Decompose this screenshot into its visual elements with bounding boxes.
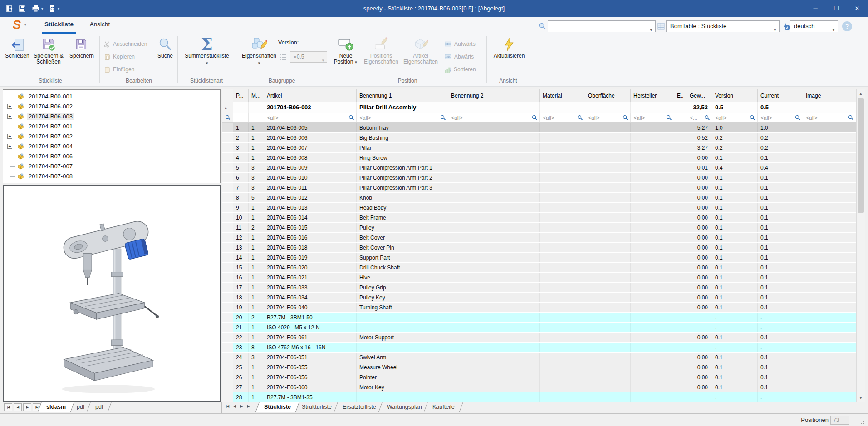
bomtable-dropdown-arrow-icon[interactable]: ▼ xyxy=(773,25,777,32)
filter-cell[interactable]: <... xyxy=(687,113,712,122)
move-up-button[interactable]: Aufwärts xyxy=(444,39,476,49)
sheet-last-tab-button[interactable]: ▶| xyxy=(247,404,250,408)
table-row[interactable]: 211ISO 4029 - M5 x 12-N.. xyxy=(222,323,856,333)
help-button[interactable]: ? xyxy=(842,21,852,31)
table-row[interactable]: 131201704-E06-018Belt Cover Pin0,000.10.… xyxy=(222,243,856,253)
move-down-button[interactable]: Abwärts xyxy=(444,52,474,61)
preview-tab-sldasm[interactable]: sldasm xyxy=(38,402,75,412)
sheet-tab-ersatzteilliste[interactable]: Ersatzteilliste xyxy=(334,402,385,412)
translate-language-icon[interactable] xyxy=(781,22,790,31)
column-header-Oberfläche[interactable]: Oberfläche xyxy=(585,89,631,102)
filter-value[interactable]: <all> xyxy=(633,115,645,121)
table-row[interactable]: 73201704-E06-011Pillar Compression Arm P… xyxy=(222,183,856,193)
filter-search-icon[interactable] xyxy=(704,115,710,121)
filter-search-icon[interactable] xyxy=(440,115,446,121)
header-gutter[interactable] xyxy=(222,89,233,102)
filter-cell[interactable]: <all> xyxy=(357,113,448,122)
table-summary-row[interactable]: ▸201704-B06-003Pillar Drill Assembly32,5… xyxy=(222,102,856,113)
tree-item[interactable]: +201704-B06-002 xyxy=(3,102,220,112)
table-row[interactable]: 41201704-E06-008Ring Screw0,000.10.1 xyxy=(222,153,856,163)
table-row[interactable]: 161201704-E06-021Hive0,000.10.1 xyxy=(222,273,856,283)
table-vertical-scrollbar[interactable]: ▲ ▼ xyxy=(856,89,865,402)
filter-value[interactable]: <all> xyxy=(451,115,463,121)
tree-item[interactable]: 201704-B00-001 xyxy=(3,92,220,102)
filter-cell[interactable]: <all> xyxy=(758,113,803,122)
filter-value[interactable]: <all> xyxy=(806,115,818,121)
table-row[interactable]: 171201704-E06-033Pulley Grip0,000.10.1 xyxy=(222,283,856,293)
sort-button[interactable]: Sortieren xyxy=(444,65,476,74)
preview-first-tab-button[interactable]: |◀ xyxy=(4,403,12,411)
tree-item[interactable]: +201704-B07-004 xyxy=(3,142,220,152)
filter-value[interactable]: <... xyxy=(690,115,697,121)
bomtable-select[interactable]: BomTable : Stückliste ▼ xyxy=(666,20,780,32)
sheet-tab-kaufteile[interactable]: Kaufteile xyxy=(424,402,463,412)
column-header-Benennung 2[interactable]: Benennung 2 xyxy=(448,89,540,102)
print-button[interactable]: ▾ xyxy=(31,5,43,13)
minimize-button[interactable]: ─ xyxy=(805,0,826,16)
table-row[interactable]: 191201704-E06-040Turning Shaft0,000.10.1 xyxy=(222,303,856,313)
sheet-tab-strukturliste[interactable]: Strukturliste xyxy=(293,402,341,412)
table-row[interactable]: 281B27.7M - 3BM1-35.. xyxy=(222,392,856,402)
column-header-Artikel[interactable]: Artikel xyxy=(264,89,357,102)
filter-cell[interactable] xyxy=(222,113,233,122)
filter-cell[interactable] xyxy=(249,113,264,122)
column-header-Gew...[interactable]: Gew... xyxy=(687,89,712,102)
version-select[interactable]: »0.5 ▼ xyxy=(290,51,327,63)
table-row[interactable]: 21201704-E06-006Big Bushing0,520.20.2 xyxy=(222,133,856,143)
exit-button[interactable] xyxy=(5,5,13,13)
table-row[interactable]: 112201704-E06-015Pulley0,000.10.1 xyxy=(222,223,856,233)
filter-cell[interactable] xyxy=(674,113,687,122)
tree-expand-icon[interactable]: + xyxy=(7,114,12,119)
tab-stueckliste[interactable]: Stückliste xyxy=(42,21,76,30)
column-header-Current[interactable]: Current xyxy=(758,89,803,102)
filter-value[interactable]: <all> xyxy=(715,115,727,121)
neue-position-dropdown-icon[interactable]: ▼ xyxy=(354,60,358,64)
table-row[interactable]: 63201704-E06-010Pillar Compression Arm P… xyxy=(222,173,856,183)
table-row[interactable]: 181201704-E06-034Pulley Key0,000.10.1 xyxy=(222,293,856,303)
preview-next-tab-button[interactable]: ▶ xyxy=(23,403,31,411)
filter-value[interactable]: <all> xyxy=(543,115,554,121)
filter-search-icon[interactable] xyxy=(666,115,672,121)
table-row[interactable]: 271201704-E06-060Motor Key0,000.10.1 xyxy=(222,382,856,392)
preview-prev-tab-button[interactable]: ◀ xyxy=(14,403,22,411)
resize-grip-icon[interactable] xyxy=(859,419,864,424)
table-row[interactable]: 53201704-E06-009Pillar Compression Arm P… xyxy=(222,163,856,173)
column-header-Image[interactable]: Image xyxy=(803,89,856,102)
filter-search-icon[interactable] xyxy=(348,115,354,121)
tree-item[interactable]: 201704-B07-008 xyxy=(3,171,220,181)
table-row[interactable]: 101201704-E06-014Belt Frame0,000.10.1 xyxy=(222,213,856,223)
column-header-M...[interactable]: M... xyxy=(249,89,264,102)
table-row[interactable]: 151201704-E06-020Drill Chuck Shaft0,000.… xyxy=(222,263,856,273)
table-grid-icon[interactable] xyxy=(657,22,665,30)
paste-button[interactable]: Einfügen xyxy=(104,65,134,74)
tree-expand-icon[interactable]: + xyxy=(7,134,12,139)
tree-item[interactable]: 201704-B07-007 xyxy=(3,162,220,171)
tab-ansicht[interactable]: Ansicht xyxy=(88,21,111,30)
filter-cell[interactable]: <all> xyxy=(264,113,357,122)
tree-item[interactable]: 201704-B07-001 xyxy=(3,122,220,132)
preview-tab-pdf[interactable]: pdf xyxy=(87,402,112,412)
sheet-tab-wartungsplan[interactable]: Wartungsplan xyxy=(378,402,430,412)
print-dropdown-arrow-icon[interactable]: ▾ xyxy=(41,7,43,11)
filter-search-icon[interactable] xyxy=(750,115,755,121)
column-header-Benennung 1[interactable]: Benennung 1 xyxy=(357,89,448,102)
table-row[interactable]: 261201704-E06-056Pointer0,000.10.1 xyxy=(222,372,856,382)
column-header-Material[interactable]: Material xyxy=(540,89,585,102)
preview-3d-panel[interactable] xyxy=(3,185,221,402)
tree-expand-icon[interactable]: + xyxy=(7,104,12,109)
summenstueckliste-dropdown-icon[interactable]: ▼ xyxy=(179,60,235,66)
copy-button[interactable]: Kopieren xyxy=(104,52,135,61)
column-header-E..[interactable]: E.. xyxy=(674,89,687,102)
filter-search-icon[interactable] xyxy=(225,115,231,121)
table-row[interactable]: 11201704-E06-005Bottom Tray5,271.01.0 xyxy=(222,123,856,133)
sheet-prev-tab-button[interactable]: ◀ xyxy=(233,404,235,408)
table-row[interactable]: 141201704-E06-019Support Part0,000.10.1 xyxy=(222,253,856,263)
maximize-button[interactable]: ☐ xyxy=(826,0,847,16)
filter-search-icon[interactable] xyxy=(795,115,801,121)
sheet-tab-stückliste[interactable]: Stückliste xyxy=(255,402,300,412)
save-quick-button[interactable] xyxy=(18,5,26,13)
quick-access-customize-icon[interactable]: ▾ xyxy=(58,7,59,11)
table-row[interactable]: 202B27.7M - 3BM1-50.. xyxy=(222,313,856,323)
table-row[interactable]: 251201704-E06-055Measure Wheel0,000.10.1 xyxy=(222,362,856,372)
cut-button[interactable]: Ausschneiden xyxy=(104,39,147,49)
